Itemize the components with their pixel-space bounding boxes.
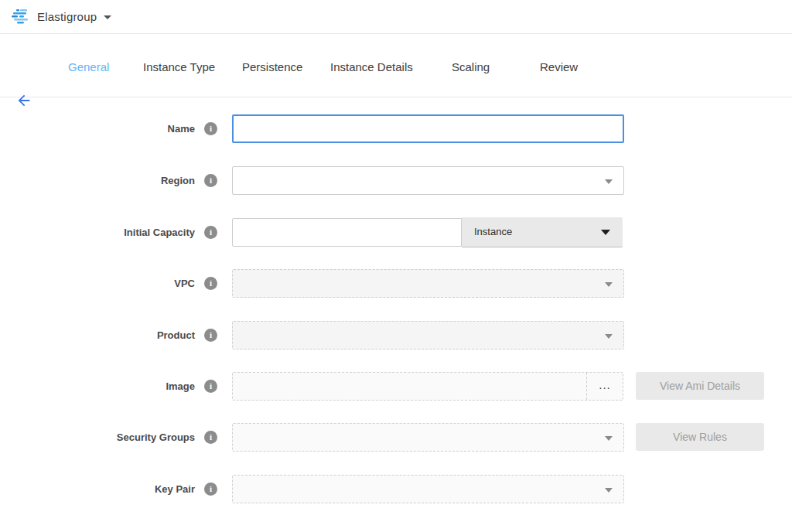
form-row-security-groups: Security Groups i View Rules <box>0 423 792 452</box>
security-groups-select <box>232 423 624 452</box>
info-icon[interactable]: i <box>204 483 217 496</box>
capacity-unit-value: Instance <box>474 217 512 247</box>
info-icon[interactable]: i <box>204 226 217 239</box>
app-header: Elastigroup <box>0 0 792 34</box>
name-label: Name <box>0 114 195 143</box>
dropdown-caret-icon <box>605 282 613 287</box>
info-icon[interactable]: i <box>204 277 217 290</box>
info-icon[interactable]: i <box>204 329 217 342</box>
info-icon[interactable]: i <box>204 380 217 393</box>
dropdown-caret-icon <box>601 230 610 235</box>
form-row-vpc: VPC i <box>0 269 792 298</box>
view-ami-details-button[interactable]: View Ami Details <box>636 372 764 400</box>
tab-persistence[interactable]: Persistence <box>242 34 302 97</box>
chevron-down-icon[interactable] <box>104 15 111 19</box>
info-icon[interactable]: i <box>204 174 217 187</box>
dropdown-caret-icon <box>605 334 613 339</box>
dropdown-caret-icon <box>605 436 613 441</box>
form-row-initial-capacity: Initial Capacity i Instance <box>0 218 792 247</box>
image-label: Image <box>0 372 195 401</box>
product-select <box>232 321 624 350</box>
initial-capacity-label: Initial Capacity <box>0 218 195 247</box>
key-pair-label: Key Pair <box>0 475 195 503</box>
app-title: Elastigroup <box>37 10 97 23</box>
key-pair-select <box>232 475 624 503</box>
browse-ellipsis-button[interactable]: ... <box>586 373 623 400</box>
elastigroup-logo-icon <box>11 9 31 26</box>
tab-scaling[interactable]: Scaling <box>452 34 490 97</box>
vpc-label: VPC <box>0 269 195 298</box>
wizard-tab-bar: General Instance Type Persistence Instan… <box>0 34 792 97</box>
region-select[interactable] <box>232 166 624 195</box>
info-icon[interactable]: i <box>204 431 217 444</box>
form-row-image: Image i ... View Ami Details <box>0 372 792 401</box>
name-input[interactable] <box>232 114 624 143</box>
image-input: ... <box>232 372 623 401</box>
form-row-region: Region i <box>0 166 792 195</box>
tab-instance-type[interactable]: Instance Type <box>143 34 215 97</box>
tab-instance-details[interactable]: Instance Details <box>330 34 413 97</box>
back-arrow-icon[interactable] <box>15 92 32 109</box>
view-rules-button[interactable]: View Rules <box>636 423 764 451</box>
form-row-key-pair: Key Pair i <box>0 475 792 503</box>
security-groups-label: Security Groups <box>0 423 195 452</box>
vpc-select <box>232 269 624 298</box>
region-label: Region <box>0 166 195 195</box>
product-label: Product <box>0 321 195 350</box>
tab-general[interactable]: General <box>68 34 109 97</box>
form-row-name: Name i <box>0 114 792 143</box>
initial-capacity-input[interactable] <box>232 218 462 247</box>
form-row-product: Product i <box>0 321 792 350</box>
tab-review[interactable]: Review <box>540 34 578 97</box>
info-icon[interactable]: i <box>204 122 217 135</box>
dropdown-caret-icon <box>605 179 613 184</box>
dropdown-caret-icon <box>605 488 613 493</box>
capacity-unit-select[interactable]: Instance <box>462 217 623 247</box>
